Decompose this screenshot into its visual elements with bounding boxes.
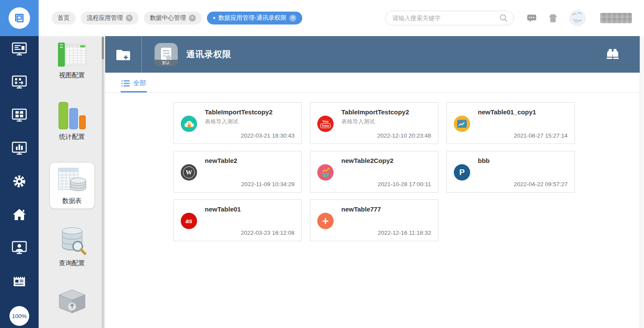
nav-rail: 100%	[0, 36, 39, 328]
card-subtitle: 表格导入测试	[205, 118, 295, 126]
sidebar-item-view-config[interactable]: 视图配置	[57, 41, 88, 80]
card-timestamp: 2022-04-22 09:57:27	[514, 181, 568, 187]
wordpress-icon: W	[181, 164, 197, 181]
sidebar-item-import-cube-icon[interactable]	[57, 289, 88, 314]
app-badge: 默认	[155, 60, 178, 66]
table-card[interactable]: + newTable777 2022-12-16 11:18:32	[310, 199, 438, 241]
app-logo[interactable]	[0, 0, 39, 36]
sidebar-item-label: 数据表	[62, 197, 82, 205]
database-search-icon	[57, 227, 88, 256]
paypal-letter: P	[459, 168, 465, 177]
theme-shirt-icon[interactable]	[548, 13, 558, 23]
nav-portal-monitor-icon[interactable]	[11, 41, 28, 57]
filter-tabrow: 全部	[105, 73, 644, 93]
card-timestamp: 2022-12-10 20:23:48	[377, 132, 431, 139]
topbar: 首页 流程应用管理 × 数据中心管理 × • 数据应用管理-通讯录权限 ×	[0, 0, 644, 36]
nav-apps-monitor-icon[interactable]	[11, 107, 28, 123]
table-card[interactable]: newTable2Copy2 2021-10-28 17:00:11	[310, 151, 438, 193]
card-grid: TableImportTestcopy2 表格导入测试 2022-03-21 1…	[173, 102, 644, 241]
chart-pink-icon	[317, 164, 334, 181]
nav-report-monitor-icon[interactable]	[11, 141, 28, 156]
chart-yellow-icon	[454, 116, 470, 132]
table-card[interactable]: newTable01_copy1 2021-08-27 15:27:14	[447, 102, 575, 144]
tab-home[interactable]: 首页	[52, 12, 76, 25]
card-subtitle: 表格导入测试	[341, 118, 431, 126]
tab-process-app-mgmt[interactable]: 流程应用管理 ×	[81, 12, 139, 25]
plus-icon: +	[317, 213, 334, 229]
nav-process-monitor-icon[interactable]	[11, 74, 28, 90]
sidebar-item-data-table[interactable]: 数据表	[50, 162, 94, 208]
user-name-blurred[interactable]	[600, 13, 632, 23]
table-card[interactable]: TableImportTestcopy2 表格导入测试 2022-03-21 1…	[173, 102, 302, 144]
message-icon[interactable]	[527, 14, 537, 23]
card-timestamp: 2021-08-27 15:27:14	[514, 132, 568, 139]
page-title: 通讯录权限	[186, 49, 231, 60]
main-panel: 默认 通讯录权限	[105, 36, 644, 328]
table-card[interactable]: W newTable2 2022-11-09 10:34:29	[173, 151, 302, 193]
card-list-area: TableImportTestcopy2 表格导入测试 2022-03-21 1…	[105, 93, 644, 328]
card-timestamp: 2022-12-16 11:18:32	[378, 230, 431, 236]
sidebar-item-query-config[interactable]: 查询配置	[57, 227, 88, 267]
nav-user-monitor-icon[interactable]	[11, 240, 28, 255]
app-icon[interactable]: 默认	[155, 43, 178, 66]
cloud-lock-icon	[181, 116, 197, 132]
youtube-text-top: You	[322, 120, 329, 123]
active-dot-icon: •	[213, 16, 216, 20]
tab-label: 数据中心管理	[150, 14, 186, 22]
sidebar-scrollbar-track[interactable]	[102, 36, 104, 328]
close-icon[interactable]: ×	[289, 15, 296, 21]
card-title: bbb	[478, 157, 552, 164]
sidebar-item-label: 视图配置	[59, 71, 85, 80]
card-timestamp: 2021-10-28 17:00:11	[378, 181, 431, 187]
tab-data-center-mgmt[interactable]: 数据中心管理 ×	[144, 12, 202, 25]
tab-all[interactable]: 全部	[121, 79, 147, 92]
wordpress-letter: W	[186, 169, 192, 176]
tab-all-label: 全部	[133, 79, 146, 87]
card-timestamp: 2022-03-21 18:30:43	[241, 132, 295, 139]
card-title: newTable01	[205, 205, 279, 213]
search-input[interactable]	[392, 15, 499, 21]
youtube-icon: You Tube	[317, 116, 334, 132]
spreadsheet-icon	[57, 41, 88, 68]
notes-calendar-icon[interactable]	[11, 273, 28, 288]
lastfm-letters: as	[185, 218, 192, 224]
close-icon[interactable]: ×	[189, 15, 196, 21]
tab-data-app-contacts-permission[interactable]: • 数据应用管理-通讯录权限 ×	[207, 12, 302, 25]
lastfm-icon: as	[181, 213, 197, 229]
global-search[interactable]	[385, 11, 514, 25]
table-card[interactable]: as newTable01 2022-03-23 16:12:08	[173, 199, 302, 241]
list-icon	[122, 80, 130, 87]
tab-label: 数据应用管理-通讯录权限	[219, 14, 287, 22]
sidebar-scrollbar-thumb[interactable]	[102, 37, 104, 59]
card-title: newTable01_copy1	[478, 108, 552, 116]
user-avatar[interactable]	[569, 10, 586, 26]
table-card[interactable]: P bbb 2022-04-22 09:57:27	[447, 151, 575, 193]
home-icon[interactable]	[11, 207, 28, 222]
card-timestamp: 2022-11-09 10:34:29	[241, 181, 295, 187]
session-tabs: 首页 流程应用管理 × 数据中心管理 × • 数据应用管理-通讯录权限 ×	[52, 12, 302, 25]
card-title: TableImportTestcopy2	[341, 108, 415, 116]
table-card[interactable]: You Tube TableImportTestcopy2 表格导入测试 202…	[310, 102, 438, 144]
settings-gear-icon[interactable]	[11, 174, 28, 189]
sidebar-item-label: 查询配置	[59, 259, 85, 267]
sidebar-item-stats-config[interactable]: 统计配置	[57, 101, 88, 141]
module-sidebar: 视图配置 统计配置 数据表	[39, 36, 105, 328]
paypal-icon: P	[454, 164, 470, 181]
main-layout: 100% 视图配置 统计配置	[0, 36, 644, 328]
add-folder-button[interactable]	[105, 36, 142, 73]
binoculars-search-icon[interactable]	[605, 48, 620, 61]
card-title: newTable777	[341, 205, 415, 213]
search-icon[interactable]	[499, 13, 508, 23]
zoom-level-badge[interactable]: 100%	[9, 306, 29, 326]
logo-spiral-icon	[9, 7, 30, 29]
folder-plus-icon	[116, 48, 131, 61]
window-scrollbar[interactable]	[640, 36, 644, 328]
sidebar-item-label: 统计配置	[59, 133, 85, 141]
youtube-text-bottom: Tube	[320, 123, 331, 128]
app-header: 默认 通讯录权限	[105, 36, 644, 73]
card-title: TableImportTestcopy2	[205, 108, 279, 116]
close-icon[interactable]: ×	[126, 15, 133, 21]
data-table-icon	[57, 167, 88, 193]
bar-chart-icon	[57, 101, 88, 129]
topbar-icons	[527, 10, 632, 26]
